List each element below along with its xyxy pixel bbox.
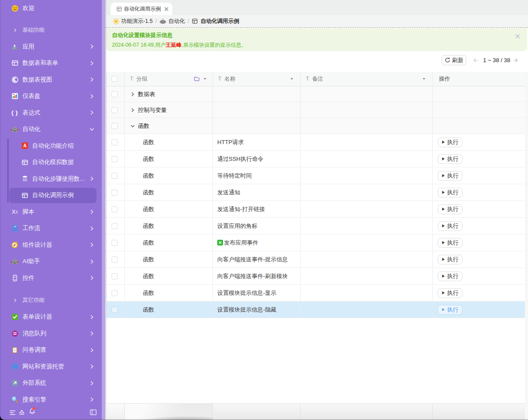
svg-text:A: A xyxy=(23,143,26,148)
